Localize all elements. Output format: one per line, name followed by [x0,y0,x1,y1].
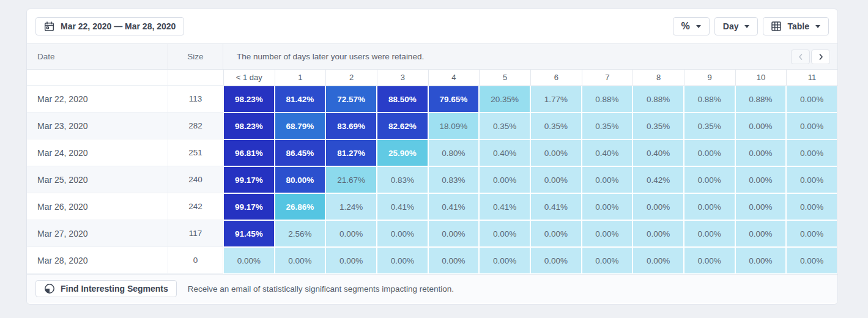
retention-cell[interactable]: 0.83% [377,166,428,193]
retention-cell[interactable]: 98.23% [223,113,275,139]
retention-cell[interactable]: 91.45% [223,220,275,247]
prev-columns-button[interactable] [791,50,810,64]
retention-cell[interactable]: 0.00% [786,220,837,247]
column-pager [791,50,830,64]
retention-cell[interactable]: 0.88% [684,86,735,113]
retention-cell[interactable]: 0.00% [632,193,684,220]
retention-cell[interactable]: 0.00% [735,139,787,166]
retention-cell[interactable]: 0.40% [479,139,530,166]
view-dropdown[interactable]: Table [763,17,829,35]
retention-cell[interactable]: 0.00% [428,220,480,247]
retention-cell[interactable]: 0.00% [325,247,377,274]
retention-cell[interactable]: 0.40% [632,139,684,166]
retention-cell[interactable]: 0.00% [582,193,633,220]
retention-cell[interactable]: 82.62% [377,113,428,139]
find-interesting-segments-label: Find Interesting Segments [61,284,168,294]
retention-cell[interactable]: 0.00% [530,220,582,247]
retention-cell[interactable]: 81.27% [325,139,377,166]
retention-cell[interactable]: 0.00% [530,247,582,274]
retention-cell[interactable]: 0.35% [632,113,684,139]
retention-cell[interactable]: 0.83% [428,166,480,193]
retention-cell[interactable]: 0.00% [530,166,582,193]
retention-cell[interactable]: 0.40% [582,139,633,166]
retention-cell[interactable]: 20.35% [479,86,530,113]
row-date: Mar 25, 2020 [27,166,168,193]
retention-cell[interactable]: 0.00% [632,220,684,247]
retention-cell[interactable]: 0.35% [684,113,735,139]
retention-cell[interactable]: 99.17% [223,166,275,193]
retention-cell[interactable]: 0.00% [786,166,837,193]
retention-cell[interactable]: 72.57% [325,86,377,113]
retention-cell[interactable]: 26.86% [275,193,326,220]
retention-cell[interactable]: 18.09% [428,113,480,139]
retention-cell[interactable]: 79.65% [428,86,480,113]
retention-cell[interactable]: 0.88% [632,86,684,113]
retention-cell[interactable]: 25.90% [377,139,428,166]
granularity-dropdown[interactable]: Day [714,17,759,35]
retention-cell[interactable]: 0.35% [582,113,633,139]
footer-description: Receive an email of statistically signif… [188,284,454,294]
retention-cell[interactable]: 0.00% [786,193,837,220]
retention-cell[interactable]: 0.00% [786,86,837,113]
retention-cell[interactable]: 0.41% [530,193,582,220]
retention-cell[interactable]: 83.69% [325,113,377,139]
retention-cell[interactable]: 0.88% [735,86,787,113]
retention-cell[interactable]: 1.24% [325,193,377,220]
retention-cell[interactable]: 81.42% [275,86,326,113]
retention-cell[interactable]: 0.00% [479,220,530,247]
retention-cell[interactable]: 1.77% [530,86,582,113]
retention-cell[interactable]: 21.67% [325,166,377,193]
retention-cell[interactable]: 0.42% [632,166,684,193]
retention-cell[interactable]: 0.00% [582,247,633,274]
retention-cell[interactable]: 0.00% [684,220,735,247]
retention-cell[interactable]: 0.35% [479,113,530,139]
retention-cell[interactable]: 0.00% [530,139,582,166]
retention-cell[interactable]: 80.00% [275,166,326,193]
retention-cell[interactable]: 0.00% [582,220,633,247]
column-header: 10 [735,70,787,86]
retention-cell[interactable]: 0.41% [377,193,428,220]
retention-cell[interactable]: 0.00% [735,113,787,139]
retention-cell[interactable]: 0.00% [735,166,787,193]
retention-cell[interactable]: 0.00% [786,247,837,274]
toolbar-right-group: % Day Table [673,17,829,35]
retention-cell[interactable]: 68.79% [275,113,326,139]
retention-cell[interactable]: 0.00% [223,247,275,274]
retention-cell[interactable]: 0.00% [786,113,837,139]
retention-cell[interactable]: 86.45% [275,139,326,166]
retention-cell[interactable]: 0.00% [428,247,480,274]
retention-cell[interactable]: 88.50% [377,86,428,113]
retention-cell[interactable]: 0.00% [325,220,377,247]
retention-cell[interactable]: 0.00% [377,220,428,247]
retention-cell[interactable]: 0.00% [479,247,530,274]
retention-cell[interactable]: 0.00% [582,166,633,193]
retention-cell[interactable]: 0.00% [479,166,530,193]
retention-cell[interactable]: 0.00% [735,220,787,247]
retention-cell[interactable]: 0.41% [479,193,530,220]
retention-cell[interactable]: 0.80% [428,139,480,166]
metric-dropdown[interactable]: % [673,17,710,35]
retention-cell[interactable]: 0.00% [275,247,326,274]
retention-cell[interactable]: 0.00% [735,247,787,274]
row-size: 251 [168,139,223,166]
next-columns-button[interactable] [811,50,830,64]
retention-cell[interactable]: 0.00% [632,247,684,274]
retention-cell[interactable]: 0.41% [428,193,480,220]
retention-cell[interactable]: 0.88% [582,86,633,113]
retention-cell[interactable]: 0.00% [735,193,787,220]
retention-cell[interactable]: 0.00% [377,247,428,274]
retention-cell[interactable]: 2.56% [275,220,326,247]
retention-cell[interactable]: 96.81% [223,139,275,166]
retention-cell[interactable]: 99.17% [223,193,275,220]
retention-cell[interactable]: 0.00% [684,166,735,193]
retention-cell[interactable]: 0.00% [684,247,735,274]
table-subheader-row: < 1 day1234567891011 [27,70,837,86]
retention-cell[interactable]: 0.00% [684,139,735,166]
row-size: 113 [168,86,223,113]
retention-cell[interactable]: 0.35% [530,113,582,139]
date-range-button[interactable]: Mar 22, 2020 — Mar 28, 2020 [35,17,184,35]
retention-cell[interactable]: 98.23% [223,86,275,113]
retention-cell[interactable]: 0.00% [786,139,837,166]
find-interesting-segments-button[interactable]: Find Interesting Segments [35,280,177,297]
retention-cell[interactable]: 0.00% [684,193,735,220]
